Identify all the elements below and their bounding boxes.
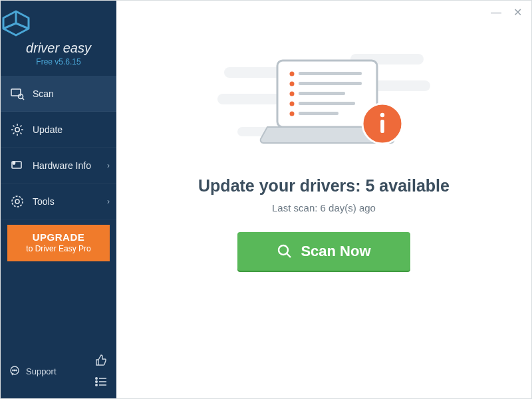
spacer: [1, 261, 116, 346]
support-button[interactable]: Support: [9, 365, 57, 377]
bottom-icons: [94, 353, 108, 389]
svg-rect-29: [299, 92, 345, 95]
sidebar-item-label: Hardware Info: [33, 160, 91, 171]
logo-icon: [1, 10, 116, 37]
gear-icon: [10, 122, 25, 137]
chevron-right-icon: ›: [107, 197, 110, 206]
support-label: Support: [26, 366, 57, 376]
sidebar-item-update[interactable]: Update: [1, 112, 116, 148]
sidebar-nav: Scan Update i Hardware Info: [1, 76, 116, 219]
svg-rect-27: [299, 82, 362, 85]
svg-point-26: [290, 82, 295, 86]
tools-icon: [10, 194, 25, 209]
svg-line-2: [16, 23, 29, 29]
titlebar: — ✕: [481, 1, 531, 25]
svg-point-38: [279, 245, 288, 255]
svg-rect-31: [299, 102, 355, 105]
svg-rect-37: [380, 120, 384, 133]
sidebar-item-tools[interactable]: Tools ›: [1, 184, 116, 219]
svg-point-7: [15, 127, 19, 131]
search-icon: [277, 243, 293, 259]
upgrade-title: UPGRADE: [11, 231, 106, 243]
svg-rect-25: [299, 72, 362, 75]
svg-line-39: [287, 253, 291, 257]
svg-point-16: [16, 370, 17, 370]
svg-line-3: [3, 23, 16, 29]
sidebar-item-hardware-info[interactable]: i Hardware Info ›: [1, 148, 116, 184]
svg-point-15: [14, 370, 15, 370]
brand-block: driver easy Free v5.6.15: [1, 1, 116, 73]
svg-point-36: [380, 113, 384, 117]
scan-now-label: Scan Now: [301, 243, 370, 260]
brand-name: driver easy: [1, 41, 116, 56]
sidebar-item-scan[interactable]: Scan: [1, 76, 116, 112]
svg-line-6: [23, 98, 25, 100]
info-badge-icon: [362, 104, 402, 144]
sidebar-bottom: Support: [1, 346, 116, 398]
svg-rect-33: [299, 112, 338, 115]
svg-point-30: [290, 102, 295, 106]
chevron-right-icon: ›: [107, 161, 110, 170]
svg-point-12: [15, 200, 19, 203]
list-icon[interactable]: [94, 374, 108, 389]
minimize-button[interactable]: —: [491, 7, 501, 18]
sidebar: driver easy Free v5.6.15 Scan: [1, 1, 116, 398]
headline: Update your drivers: 5 available: [198, 176, 450, 196]
sidebar-item-label: Scan: [33, 88, 54, 99]
svg-point-19: [96, 381, 97, 382]
brand-version: Free v5.6.15: [1, 57, 116, 66]
svg-point-21: [96, 384, 97, 386]
svg-point-28: [290, 92, 295, 96]
svg-point-32: [290, 112, 295, 116]
upgrade-sub: to Driver Easy Pro: [11, 244, 106, 253]
content: Update your drivers: 5 available Last sc…: [116, 1, 531, 398]
sidebar-item-label: Update: [33, 124, 63, 135]
upgrade-button[interactable]: UPGRADE to Driver Easy Pro: [7, 225, 110, 261]
svg-point-11: [12, 196, 23, 207]
svg-point-17: [96, 378, 97, 379]
close-button[interactable]: ✕: [513, 7, 522, 18]
svg-point-24: [290, 72, 295, 76]
scan-now-button[interactable]: Scan Now: [237, 232, 410, 271]
app-window: driver easy Free v5.6.15 Scan: [0, 0, 532, 399]
thumbs-up-icon[interactable]: [94, 353, 108, 368]
illustration: [217, 47, 430, 160]
main-panel: — ✕: [116, 1, 531, 398]
svg-point-14: [13, 370, 13, 370]
scan-icon: [10, 86, 25, 101]
last-scan-text: Last scan: 6 day(s) ago: [272, 202, 376, 213]
sidebar-item-label: Tools: [33, 196, 55, 207]
hardware-info-icon: i: [10, 158, 25, 173]
chat-icon: [9, 365, 21, 377]
